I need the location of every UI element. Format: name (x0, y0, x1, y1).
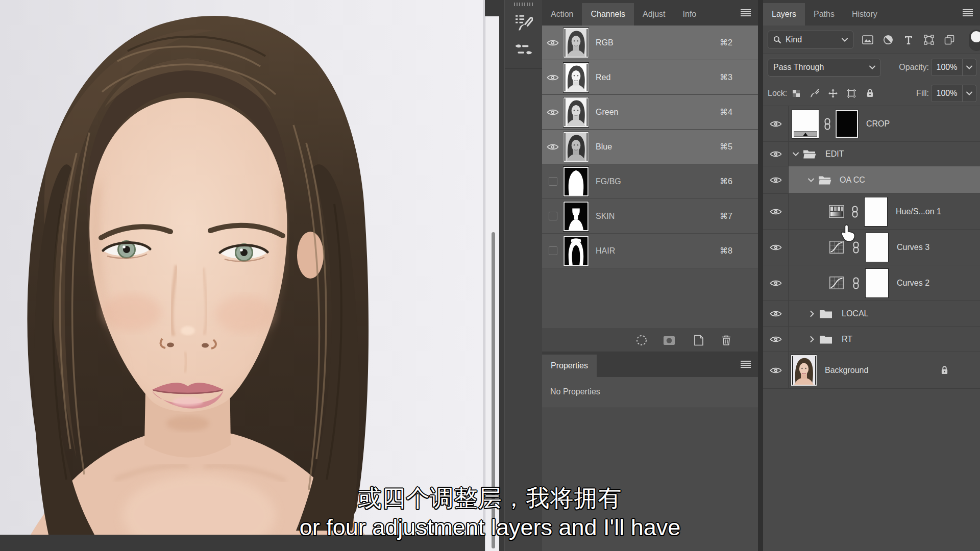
layer-mask-thumbnail[interactable] (836, 110, 858, 138)
filter-pixel-layers-button[interactable] (857, 31, 878, 49)
layer-name[interactable]: EDIT (825, 149, 844, 159)
properties-tab-bar: Properties (542, 352, 758, 377)
channel-row-fgbg[interactable]: FG/BG ⌘6 (542, 164, 758, 199)
layer-row-edit[interactable]: EDIT (763, 142, 980, 166)
channel-row-hair[interactable]: HAIR ⌘8 (542, 234, 758, 268)
layer-name[interactable]: RT (842, 335, 852, 344)
panel-menu-icon[interactable] (741, 9, 751, 16)
tab-adjust[interactable]: Adjust (634, 3, 674, 26)
layer-row-crop[interactable]: CROP (763, 106, 980, 142)
tab-action[interactable]: Action (542, 3, 582, 26)
layer-row-background[interactable]: Background (763, 352, 980, 389)
eye-icon (770, 151, 782, 158)
visibility-toggle[interactable] (763, 352, 789, 388)
layer-row-hue-saturation[interactable]: Hue/S...on 1 (763, 194, 980, 230)
visibility-toggle[interactable] (542, 39, 564, 46)
visibility-toggle[interactable] (542, 109, 564, 116)
hue-saturation-adjustment-icon[interactable] (828, 205, 845, 218)
visibility-toggle[interactable] (763, 142, 789, 166)
filter-shape-layers-button[interactable] (919, 31, 939, 49)
layer-name[interactable]: LOCAL (842, 309, 868, 318)
blend-mode-dropdown[interactable]: Pass Through (768, 59, 881, 77)
lock-artboard-button[interactable] (842, 86, 861, 101)
layer-row-oa-cc[interactable]: OA CC (763, 166, 980, 194)
chevron-down-icon[interactable] (793, 152, 799, 156)
filter-type-layers-button[interactable] (898, 31, 919, 49)
filter-smart-objects-button[interactable] (939, 31, 960, 49)
layer-thumbnail[interactable] (791, 355, 817, 386)
opacity-dropdown-button[interactable] (963, 59, 976, 76)
dock-grip-handle[interactable] (514, 3, 533, 6)
layer-mask-thumbnail[interactable] (865, 233, 889, 262)
layer-name[interactable]: CROP (866, 119, 890, 129)
lock-move-button[interactable] (824, 86, 842, 101)
fill-dropdown-button[interactable] (963, 85, 976, 102)
visibility-toggle[interactable] (542, 143, 564, 151)
visibility-toggle[interactable] (763, 194, 789, 229)
adjustment-thumbnail[interactable] (792, 109, 819, 139)
tab-history[interactable]: History (843, 3, 886, 26)
channel-row-blue[interactable]: Blue ⌘5 (542, 130, 758, 164)
filter-adjustment-layers-button[interactable] (878, 31, 898, 49)
chevron-down-icon[interactable] (808, 178, 814, 182)
panel-menu-icon[interactable] (963, 9, 973, 16)
subtitle-english: or four adjustment layers and I'll have (0, 514, 980, 541)
tab-channels[interactable]: Channels (582, 3, 634, 26)
eye-icon (770, 177, 782, 184)
opacity-input[interactable]: 100% (931, 59, 963, 76)
kind-filter-dropdown[interactable]: Kind (768, 31, 853, 49)
chevron-right-icon[interactable] (810, 311, 814, 317)
visibility-toggle[interactable] (542, 212, 564, 220)
load-selection-button[interactable] (635, 334, 648, 347)
layer-name[interactable]: OA CC (840, 176, 865, 185)
tab-properties[interactable]: Properties (542, 355, 597, 377)
channel-row-skin[interactable]: SKIN ⌘7 (542, 199, 758, 234)
layer-row-local[interactable]: LOCAL (763, 301, 980, 327)
smart-object-filter-icon (944, 35, 954, 45)
visibility-toggle[interactable] (763, 166, 789, 193)
visibility-toggle[interactable] (542, 246, 564, 255)
chevron-right-icon[interactable] (810, 336, 814, 342)
save-selection-button[interactable] (663, 334, 676, 347)
tab-paths[interactable]: Paths (805, 3, 843, 26)
brush-settings-panel-button[interactable] (509, 10, 538, 34)
lock-transparency-button[interactable] (787, 86, 805, 101)
lock-all-button[interactable] (861, 86, 879, 101)
channel-row-rgb[interactable]: RGB ⌘2 (542, 26, 758, 60)
channel-row-red[interactable]: Red ⌘3 (542, 60, 758, 95)
visibility-toggle[interactable] (763, 301, 789, 326)
curves-adjustment-icon[interactable] (828, 277, 845, 290)
channel-shortcut: ⌘2 (720, 38, 732, 47)
panel-menu-icon[interactable] (741, 361, 751, 368)
layer-row-rt[interactable]: RT (763, 327, 980, 352)
eye-empty-well (549, 212, 557, 220)
layer-row-curves-3[interactable]: Curves 3 (763, 230, 980, 265)
visibility-toggle[interactable] (763, 327, 789, 352)
layer-name[interactable]: Hue/S...on 1 (896, 207, 941, 216)
channel-row-green[interactable]: Green ⌘4 (542, 95, 758, 130)
layer-mask-thumbnail[interactable] (864, 197, 888, 227)
layer-name[interactable]: Curves 2 (897, 279, 929, 288)
visibility-toggle[interactable] (763, 106, 789, 141)
visibility-toggle[interactable] (542, 74, 564, 81)
layers-panel: Layers Paths History Kind (763, 0, 980, 551)
delete-channel-button[interactable] (720, 334, 733, 347)
lock-paint-button[interactable] (805, 86, 824, 101)
fill-input[interactable]: 100% (931, 85, 963, 102)
new-channel-button[interactable] (692, 334, 705, 347)
layer-name[interactable]: Background (825, 366, 868, 375)
visibility-toggle[interactable] (763, 265, 789, 300)
layer-row-curves-2[interactable]: Curves 2 (763, 265, 980, 301)
eye-icon (547, 109, 559, 116)
filter-toggle-switch[interactable] (969, 30, 980, 51)
visibility-toggle[interactable] (763, 230, 789, 265)
tab-layers[interactable]: Layers (763, 3, 805, 26)
layer-name[interactable]: Curves 3 (897, 243, 929, 252)
tab-info[interactable]: Info (674, 3, 705, 26)
visibility-toggle[interactable] (542, 177, 564, 186)
folder-open-icon (803, 149, 816, 159)
layer-filter-row: Kind (763, 26, 980, 54)
adjustment-layer-filter-icon (883, 35, 893, 45)
layer-mask-thumbnail[interactable] (865, 268, 889, 298)
brushes-panel-button[interactable] (509, 38, 538, 61)
